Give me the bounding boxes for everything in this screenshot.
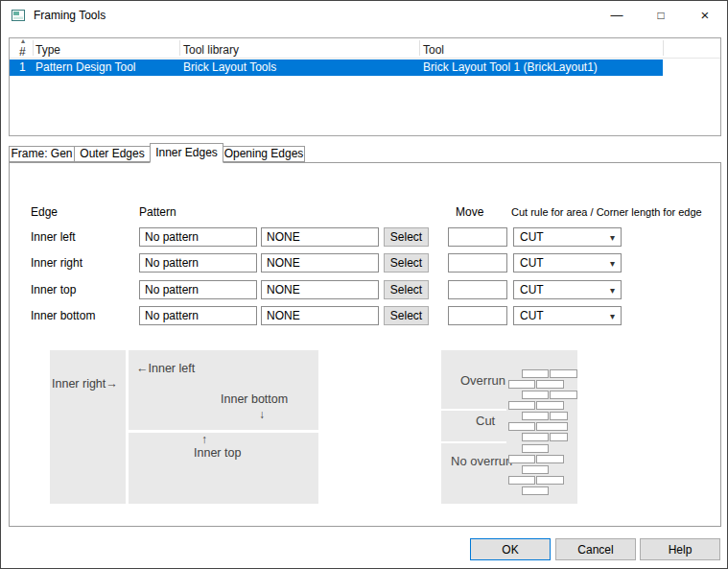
brick <box>536 455 564 463</box>
tool-row-library: Brick Layout Tools <box>183 59 276 76</box>
cut-rule-dropdown[interactable]: CUT ▾ <box>513 306 622 325</box>
brick <box>508 401 535 410</box>
tool-list: ▴ # Type Tool library Tool 1 Pattern Des… <box>9 37 721 136</box>
edge-row-label: Inner bottom <box>31 306 95 325</box>
brick <box>536 476 564 485</box>
move-input[interactable] <box>448 280 507 299</box>
brick <box>550 391 577 399</box>
diagram-bottom-area <box>129 433 318 504</box>
pattern-name-field: NONE <box>261 306 379 325</box>
label-inner-bottom: Inner bottom <box>221 392 288 406</box>
select-pattern-button[interactable]: Select <box>384 280 429 299</box>
brick <box>522 369 549 378</box>
column-separator <box>179 40 180 56</box>
chevron-down-icon: ▾ <box>610 255 615 272</box>
pattern-field: No pattern <box>139 227 257 247</box>
column-separator <box>419 40 420 56</box>
cancel-button[interactable]: Cancel <box>555 538 636 560</box>
brick <box>536 422 568 431</box>
brick <box>536 401 564 410</box>
arrow-down-icon: ↓ <box>259 408 265 421</box>
brick <box>536 380 564 389</box>
cut-rule-legend-diagram: Overrun Cut No overrun <box>441 350 577 504</box>
move-input[interactable] <box>448 227 507 247</box>
pattern-name-field: NONE <box>261 253 379 273</box>
select-pattern-button[interactable]: Select <box>384 227 429 247</box>
cut-rule-value: CUT <box>520 283 544 296</box>
tool-list-header[interactable]: ▴ # Type Tool library Tool <box>10 38 720 59</box>
column-separator <box>33 40 34 56</box>
ok-button[interactable]: OK <box>470 538 551 560</box>
framing-tools-dialog: Framing Tools — □ × ▴ # Type Tool librar… <box>0 0 728 569</box>
pattern-name-field: NONE <box>261 280 379 299</box>
edge-row-label: Inner left <box>31 227 76 247</box>
chevron-down-icon: ▾ <box>610 229 615 246</box>
brick <box>550 412 568 420</box>
brick <box>522 412 549 420</box>
brick <box>550 369 577 378</box>
window-title: Framing Tools <box>34 9 106 22</box>
column-header-library[interactable]: Tool library <box>183 43 239 57</box>
brick <box>522 465 549 474</box>
titlebar: Framing Tools — □ × <box>1 1 727 30</box>
edge-row-label: Inner top <box>31 280 76 299</box>
cut-rule-dropdown[interactable]: CUT ▾ <box>513 253 622 273</box>
section-divider <box>441 441 506 443</box>
pattern-field: No pattern <box>139 280 257 299</box>
close-button[interactable]: × <box>683 1 727 30</box>
header-pattern: Pattern <box>139 205 176 219</box>
column-separator <box>663 40 664 56</box>
brick <box>508 422 535 431</box>
edge-row-label: Inner right <box>31 253 82 273</box>
brick <box>508 455 535 463</box>
tab-outer-edges[interactable]: Outer Edges <box>74 146 151 162</box>
label-cut: Cut <box>476 414 495 428</box>
pattern-field: No pattern <box>139 306 257 325</box>
header-edge: Edge <box>31 205 58 219</box>
brick <box>522 486 549 495</box>
brick <box>522 444 549 453</box>
select-pattern-button[interactable]: Select <box>384 253 429 273</box>
inner-edges-panel: Edge Pattern Move Cut rule for area / Co… <box>9 162 721 527</box>
minimize-button[interactable]: — <box>595 1 639 30</box>
cut-rule-value: CUT <box>520 309 544 322</box>
tab-frame-gen[interactable]: Frame: Gen <box>9 146 75 162</box>
framing-tools-app-icon <box>11 8 26 23</box>
column-header-tool[interactable]: Tool <box>423 43 444 57</box>
chevron-down-icon: ▾ <box>610 282 615 298</box>
arrow-up-icon: ↑ <box>201 433 207 446</box>
label-no-overrun: No overrun <box>451 454 512 468</box>
tab-opening-edges[interactable]: Opening Edges <box>223 146 305 162</box>
diagram-left-strip <box>50 350 126 504</box>
label-inner-left: ←Inner left <box>136 362 195 375</box>
cut-rule-value: CUT <box>520 256 544 270</box>
header-cut-rule: Cut rule for area / Corner length for ed… <box>511 206 702 218</box>
brick <box>508 380 535 389</box>
tool-row-type: Pattern Design Tool <box>35 59 136 76</box>
tool-row-tool: Brick Layout Tool 1 (BrickLayout1) <box>423 59 598 76</box>
label-overrun: Overrun <box>460 373 505 388</box>
tool-row-selected[interactable]: 1 Pattern Design Tool Brick Layout Tools… <box>10 59 663 76</box>
help-button[interactable]: Help <box>640 538 720 560</box>
column-header-num[interactable]: # <box>19 45 26 59</box>
tab-inner-edges[interactable]: Inner Edges <box>150 143 223 163</box>
chevron-down-icon: ▾ <box>610 308 615 324</box>
edge-legend-diagram: Inner right→ ←Inner left Inner bottom ↓ … <box>50 350 318 504</box>
move-input[interactable] <box>448 306 507 325</box>
column-header-type[interactable]: Type <box>35 43 60 57</box>
maximize-button[interactable]: □ <box>639 1 683 30</box>
move-input[interactable] <box>448 253 507 273</box>
tool-row-num: 1 <box>19 59 26 76</box>
brick <box>550 433 568 441</box>
pattern-name-field: NONE <box>261 227 379 247</box>
header-move: Move <box>456 205 483 219</box>
cut-rule-dropdown[interactable]: CUT ▾ <box>513 227 622 247</box>
pattern-field: No pattern <box>139 253 257 273</box>
select-pattern-button[interactable]: Select <box>384 306 429 325</box>
section-divider <box>441 409 506 411</box>
cut-rule-dropdown[interactable]: CUT ▾ <box>513 280 622 299</box>
brick <box>522 433 549 441</box>
label-inner-right: Inner right→ <box>52 377 118 391</box>
brick <box>508 476 535 485</box>
brick <box>522 391 549 399</box>
